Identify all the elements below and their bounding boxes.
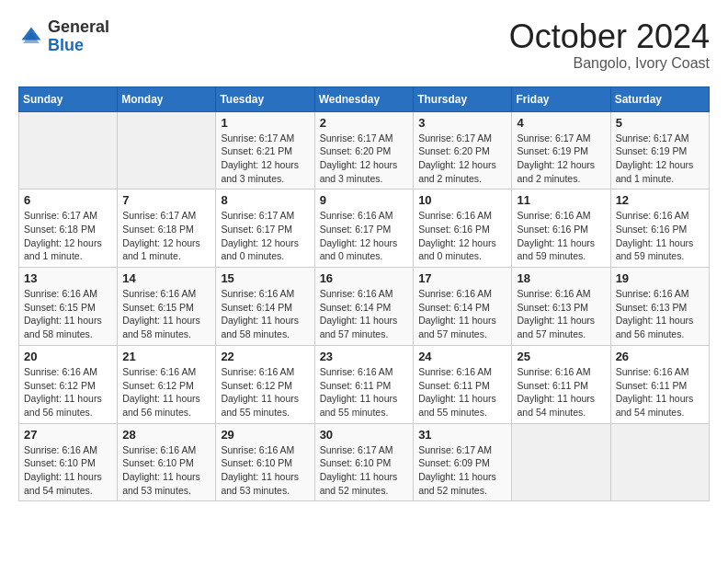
day-info: Sunrise: 6:16 AM Sunset: 6:12 PM Dayligh… (122, 365, 210, 419)
day-info: Sunrise: 6:16 AM Sunset: 6:15 PM Dayligh… (24, 287, 112, 341)
calendar-cell: 17Sunrise: 6:16 AM Sunset: 6:14 PM Dayli… (414, 268, 512, 346)
calendar-header-row: SundayMondayTuesdayWednesdayThursdayFrid… (19, 86, 710, 111)
day-number: 29 (221, 428, 309, 442)
day-number: 5 (616, 116, 704, 130)
day-info: Sunrise: 6:16 AM Sunset: 6:10 PM Dayligh… (24, 443, 112, 498)
calendar-week-2: 6Sunrise: 6:17 AM Sunset: 6:18 PM Daylig… (19, 190, 710, 268)
day-number: 3 (418, 116, 506, 130)
day-number: 26 (616, 350, 704, 363)
day-number: 6 (24, 193, 112, 207)
day-number: 17 (418, 271, 506, 285)
calendar-header-saturday: Saturday (610, 86, 709, 111)
location: Bangolo, Ivory Coast (509, 55, 710, 72)
day-info: Sunrise: 6:17 AM Sunset: 6:21 PM Dayligh… (221, 132, 309, 186)
calendar-cell (512, 423, 610, 501)
calendar-cell: 20Sunrise: 6:16 AM Sunset: 6:12 PM Dayli… (19, 345, 118, 423)
day-number: 18 (517, 271, 605, 285)
day-info: Sunrise: 6:16 AM Sunset: 6:17 PM Dayligh… (320, 209, 409, 263)
day-info: Sunrise: 6:17 AM Sunset: 6:18 PM Dayligh… (122, 209, 210, 263)
calendar-header-sunday: Sunday (19, 86, 118, 111)
day-info: Sunrise: 6:16 AM Sunset: 6:11 PM Dayligh… (320, 365, 409, 419)
day-number: 15 (221, 271, 309, 285)
day-number: 24 (418, 350, 506, 363)
month-year: October 2024 (509, 18, 710, 55)
calendar-cell: 23Sunrise: 6:16 AM Sunset: 6:11 PM Dayli… (314, 345, 414, 423)
calendar-week-4: 20Sunrise: 6:16 AM Sunset: 6:12 PM Dayli… (19, 345, 710, 423)
day-number: 10 (418, 193, 506, 207)
day-info: Sunrise: 6:16 AM Sunset: 6:11 PM Dayligh… (616, 365, 704, 419)
calendar-cell: 1Sunrise: 6:17 AM Sunset: 6:21 PM Daylig… (216, 111, 314, 190)
calendar-cell: 24Sunrise: 6:16 AM Sunset: 6:11 PM Dayli… (414, 345, 512, 423)
calendar-header-friday: Friday (512, 86, 610, 111)
calendar-cell: 25Sunrise: 6:16 AM Sunset: 6:11 PM Dayli… (512, 345, 610, 423)
calendar-cell: 12Sunrise: 6:16 AM Sunset: 6:16 PM Dayli… (610, 190, 709, 268)
calendar-header-monday: Monday (118, 86, 216, 111)
day-info: Sunrise: 6:16 AM Sunset: 6:13 PM Dayligh… (616, 287, 704, 341)
day-number: 2 (320, 116, 409, 130)
day-number: 20 (24, 350, 112, 363)
day-info: Sunrise: 6:17 AM Sunset: 6:09 PM Dayligh… (418, 443, 506, 498)
day-info: Sunrise: 6:16 AM Sunset: 6:14 PM Dayligh… (320, 287, 409, 341)
day-info: Sunrise: 6:17 AM Sunset: 6:10 PM Dayligh… (320, 443, 409, 498)
calendar-cell: 7Sunrise: 6:17 AM Sunset: 6:18 PM Daylig… (118, 190, 216, 268)
calendar-header-tuesday: Tuesday (216, 86, 314, 111)
calendar-cell: 14Sunrise: 6:16 AM Sunset: 6:15 PM Dayli… (118, 268, 216, 346)
calendar-cell: 2Sunrise: 6:17 AM Sunset: 6:20 PM Daylig… (314, 111, 414, 190)
day-info: Sunrise: 6:16 AM Sunset: 6:11 PM Dayligh… (418, 365, 506, 419)
day-info: Sunrise: 6:16 AM Sunset: 6:13 PM Dayligh… (517, 287, 605, 341)
day-info: Sunrise: 6:16 AM Sunset: 6:15 PM Dayligh… (122, 287, 210, 341)
day-number: 19 (616, 271, 704, 285)
calendar-cell: 19Sunrise: 6:16 AM Sunset: 6:13 PM Dayli… (610, 268, 709, 346)
calendar-table: SundayMondayTuesdayWednesdayThursdayFrid… (18, 86, 710, 502)
calendar-week-5: 27Sunrise: 6:16 AM Sunset: 6:10 PM Dayli… (19, 423, 710, 501)
day-number: 27 (24, 428, 112, 442)
day-info: Sunrise: 6:16 AM Sunset: 6:16 PM Dayligh… (418, 209, 506, 263)
calendar-week-3: 13Sunrise: 6:16 AM Sunset: 6:15 PM Dayli… (19, 268, 710, 346)
calendar-cell: 8Sunrise: 6:17 AM Sunset: 6:17 PM Daylig… (216, 190, 314, 268)
day-info: Sunrise: 6:16 AM Sunset: 6:16 PM Dayligh… (616, 209, 704, 263)
day-info: Sunrise: 6:17 AM Sunset: 6:17 PM Dayligh… (221, 209, 309, 263)
title-block: October 2024 Bangolo, Ivory Coast (509, 18, 710, 72)
calendar-header-thursday: Thursday (414, 86, 512, 111)
calendar-cell (118, 111, 216, 190)
day-number: 13 (24, 271, 112, 285)
calendar-cell: 5Sunrise: 6:17 AM Sunset: 6:19 PM Daylig… (610, 111, 709, 190)
logo-icon (18, 24, 44, 50)
calendar-cell: 30Sunrise: 6:17 AM Sunset: 6:10 PM Dayli… (314, 423, 414, 501)
calendar-cell (610, 423, 709, 501)
day-number: 25 (517, 350, 605, 363)
day-info: Sunrise: 6:16 AM Sunset: 6:10 PM Dayligh… (122, 443, 210, 498)
day-info: Sunrise: 6:16 AM Sunset: 6:16 PM Dayligh… (517, 209, 605, 263)
day-info: Sunrise: 6:17 AM Sunset: 6:18 PM Dayligh… (24, 209, 112, 263)
day-number: 4 (517, 116, 605, 130)
day-number: 12 (616, 193, 704, 207)
day-number: 31 (418, 428, 506, 442)
day-info: Sunrise: 6:17 AM Sunset: 6:19 PM Dayligh… (616, 132, 704, 186)
day-number: 30 (320, 428, 409, 442)
logo-text: General Blue (48, 18, 109, 55)
calendar-header-wednesday: Wednesday (314, 86, 414, 111)
day-number: 1 (221, 116, 309, 130)
day-number: 16 (320, 271, 409, 285)
calendar-cell: 28Sunrise: 6:16 AM Sunset: 6:10 PM Dayli… (118, 423, 216, 501)
calendar-week-1: 1Sunrise: 6:17 AM Sunset: 6:21 PM Daylig… (19, 111, 710, 190)
day-info: Sunrise: 6:17 AM Sunset: 6:20 PM Dayligh… (418, 132, 506, 186)
calendar-cell: 4Sunrise: 6:17 AM Sunset: 6:19 PM Daylig… (512, 111, 610, 190)
calendar-cell: 27Sunrise: 6:16 AM Sunset: 6:10 PM Dayli… (19, 423, 118, 501)
calendar-cell: 29Sunrise: 6:16 AM Sunset: 6:10 PM Dayli… (216, 423, 314, 501)
day-number: 11 (517, 193, 605, 207)
calendar-cell: 18Sunrise: 6:16 AM Sunset: 6:13 PM Dayli… (512, 268, 610, 346)
day-number: 21 (122, 350, 210, 363)
day-number: 23 (320, 350, 409, 363)
calendar-cell: 10Sunrise: 6:16 AM Sunset: 6:16 PM Dayli… (414, 190, 512, 268)
day-number: 28 (122, 428, 210, 442)
calendar-cell: 26Sunrise: 6:16 AM Sunset: 6:11 PM Dayli… (610, 345, 709, 423)
calendar-cell: 9Sunrise: 6:16 AM Sunset: 6:17 PM Daylig… (314, 190, 414, 268)
logo: General Blue (18, 18, 109, 55)
calendar-cell: 22Sunrise: 6:16 AM Sunset: 6:12 PM Dayli… (216, 345, 314, 423)
day-info: Sunrise: 6:16 AM Sunset: 6:14 PM Dayligh… (221, 287, 309, 341)
calendar-cell: 6Sunrise: 6:17 AM Sunset: 6:18 PM Daylig… (19, 190, 118, 268)
day-number: 8 (221, 193, 309, 207)
calendar-cell: 16Sunrise: 6:16 AM Sunset: 6:14 PM Dayli… (314, 268, 414, 346)
day-info: Sunrise: 6:17 AM Sunset: 6:19 PM Dayligh… (517, 132, 605, 186)
